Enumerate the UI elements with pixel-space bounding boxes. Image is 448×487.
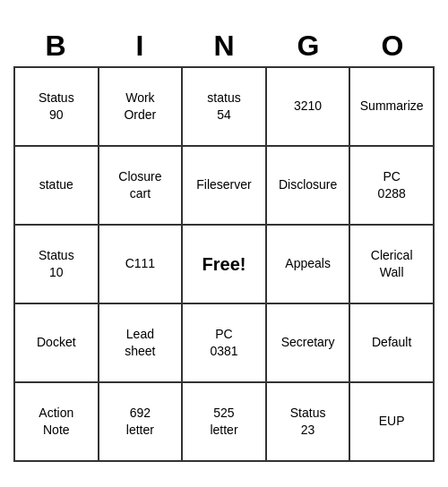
header-letter: I <box>98 26 182 66</box>
bingo-cell: Fileserver <box>183 147 267 226</box>
bingo-cell: ActionNote <box>15 383 99 462</box>
bingo-cell: Docket <box>15 304 99 383</box>
bingo-cell: Status23 <box>267 383 351 462</box>
header-letter: O <box>350 26 435 66</box>
bingo-cell: Disclosure <box>267 147 351 226</box>
bingo-cell: 525letter <box>183 383 267 462</box>
bingo-cell: PC0381 <box>183 304 267 383</box>
bingo-cell: EUP <box>350 383 435 462</box>
bingo-header: BINGO <box>13 26 435 66</box>
bingo-cell: ClericalWall <box>350 226 435 304</box>
bingo-cell: C111 <box>99 226 184 304</box>
bingo-cell: status54 <box>183 68 267 147</box>
bingo-cell: Summarize <box>350 68 435 147</box>
bingo-cell: statue <box>15 147 99 226</box>
free-cell: Free! <box>183 226 267 304</box>
bingo-cell: Status10 <box>15 226 99 304</box>
bingo-card: BINGO Status90WorkOrderstatus543210Summa… <box>13 26 435 462</box>
bingo-cell: Appeals <box>267 226 351 304</box>
bingo-cell: Leadsheet <box>99 304 184 383</box>
bingo-cell: Secretary <box>267 304 351 383</box>
bingo-cell: 3210 <box>267 68 351 147</box>
bingo-cell: Status90 <box>15 68 99 147</box>
header-letter: N <box>182 26 266 66</box>
header-letter: G <box>266 26 350 66</box>
bingo-cell: Default <box>350 304 435 383</box>
bingo-cell: 692letter <box>99 383 184 462</box>
bingo-cell: WorkOrder <box>99 68 184 147</box>
bingo-cell: Closurecart <box>99 147 184 226</box>
bingo-cell: PC0288 <box>350 147 435 226</box>
header-letter: B <box>13 26 98 66</box>
bingo-grid: Status90WorkOrderstatus543210Summarizest… <box>13 66 435 462</box>
